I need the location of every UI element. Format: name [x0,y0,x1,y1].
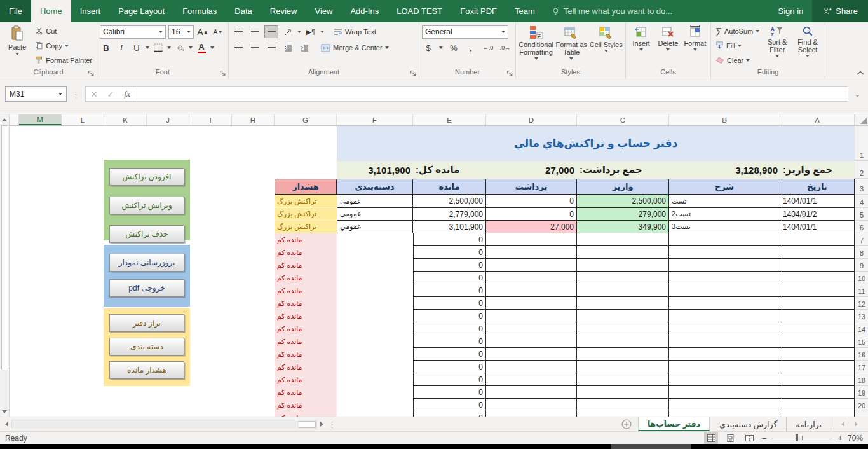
cell-category[interactable] [337,322,413,335]
decrease-indent-button[interactable] [281,41,295,54]
cell-description[interactable] [669,284,780,297]
categorize-button[interactable]: دسته بندی [109,338,184,356]
horizontal-scroll-thumb[interactable] [299,421,316,428]
cell-date[interactable]: 1404/01/1 [780,195,855,208]
cell-date[interactable] [780,310,855,322]
cell-warning[interactable]: مانده کم [275,233,337,246]
accounting-format-button[interactable]: $ [422,41,435,54]
cell-category[interactable] [337,233,413,246]
align-right-button[interactable] [264,41,278,54]
confirm-entry-button[interactable]: ✓ [102,90,119,99]
paste-button[interactable]: Paste [3,24,32,68]
cell-category[interactable] [337,272,413,284]
cell-warning[interactable]: مانده کم [275,246,337,259]
ledger-balance-button[interactable]: تراز دفتر [109,314,184,332]
alignment-dialog-launcher[interactable] [410,70,417,78]
fill-button[interactable]: Fill [714,39,761,52]
underline-button[interactable]: U [130,41,143,54]
cell-deposit[interactable] [577,284,669,297]
cancel-entry-button[interactable]: ✕ [86,90,102,99]
tab-page-layout[interactable]: Page Layout [109,0,173,22]
accounting-format-dropdown[interactable] [439,46,443,49]
number-format-combo[interactable]: General [422,25,508,39]
cell-date[interactable]: 1404/01/2 [780,208,855,221]
cell-deposit[interactable]: 279,000 [577,208,669,221]
edit-transaction-button[interactable]: ویرایش تراکنش [109,197,184,214]
row-header-13[interactable]: 13 [855,310,868,322]
cell-warning[interactable]: مانده کم [275,335,337,348]
tab-foxit-pdf[interactable]: Foxit PDF [451,0,506,22]
cell-warning[interactable]: مانده کم [275,373,337,386]
borders-button[interactable] [152,41,165,54]
conditional-formatting-button[interactable]: ≠ Conditional Formatting [519,24,553,68]
cell-date[interactable] [780,297,855,310]
cell-description[interactable] [669,373,780,386]
cell-category[interactable] [337,361,413,373]
column-header-f[interactable]: F [337,114,413,125]
horizontal-scrollbar[interactable] [0,417,327,431]
tell-me-box[interactable]: Tell me what you want to do... [544,0,680,22]
row-header-18[interactable]: 18 [855,373,868,386]
cell-category[interactable] [337,386,413,399]
tab-formulas[interactable]: Formulas [173,0,226,22]
middle-align-button[interactable] [248,25,262,38]
cell-warning[interactable]: مانده کم [275,310,337,322]
clipboard-dialog-launcher[interactable] [88,70,95,78]
tab-home[interactable]: Home [31,0,71,22]
cell-category[interactable] [337,310,413,322]
header-warning[interactable]: هشدار [275,179,337,195]
cell-description[interactable] [669,322,780,335]
cell-category[interactable] [337,284,413,297]
header-category[interactable]: دسته‌بندي [337,179,413,195]
cell-date[interactable] [780,361,855,373]
column-header-i[interactable]: I [189,114,232,125]
delete-transaction-button[interactable]: حذف تراکنش [109,225,184,243]
align-center-button[interactable] [248,41,262,54]
cell-balance[interactable]: 0 [413,310,486,322]
cell-deposit[interactable]: 349,900 [577,221,669,233]
tab-load-test[interactable]: LOAD TEST [388,0,451,22]
grow-font-button[interactable]: A▲ [196,25,209,38]
column-header-l[interactable]: L [62,114,104,125]
column-header-c[interactable]: C [577,114,669,125]
sheet-tab-category-report[interactable]: گزارش دسته‌بندي [710,417,786,431]
cell-warning[interactable]: مانده کم [275,297,337,310]
cell-description[interactable] [669,272,780,284]
row-header-4[interactable]: 4 [855,195,868,208]
cell-withdraw[interactable] [486,348,577,361]
cell-description[interactable] [669,399,780,411]
row-header-15[interactable]: 15 [855,335,868,348]
zoom-slider[interactable] [771,438,832,438]
cell-deposit[interactable] [577,310,669,322]
tab-insert[interactable]: Insert [71,0,110,22]
cell-description[interactable] [669,233,780,246]
cell-warning[interactable]: تراکنش بزرگ [275,208,337,221]
cell-balance[interactable]: 0 [413,348,486,361]
increase-decimal-button[interactable]: ←.0 [482,41,494,54]
cell-category[interactable]: عمومي [337,221,413,233]
cell-date[interactable] [780,322,855,335]
cell-warning[interactable]: مانده کم [275,348,337,361]
insert-cells-button[interactable]: Insert [628,24,654,68]
tab-data[interactable]: Data [226,0,261,22]
cell-description[interactable] [669,361,780,373]
tab-team[interactable]: Team [506,0,544,22]
number-dialog-launcher[interactable] [506,70,514,78]
delete-cells-button[interactable]: Delete [655,24,681,68]
zoom-in-button[interactable]: + [837,433,843,443]
cell-withdraw[interactable] [486,411,577,417]
cell-date[interactable] [780,373,855,386]
row-header-7[interactable]: 7 [855,233,868,246]
font-family-combo[interactable]: Calibri [100,25,166,39]
cell-deposit[interactable] [577,386,669,399]
row-header-5[interactable]: 5 [855,208,868,221]
tab-review[interactable]: Review [261,0,306,22]
vertical-scrollbar[interactable] [0,114,10,417]
sheet-tab-ledger[interactable]: دفتر حساب‌ها [638,417,710,431]
underline-dropdown[interactable] [146,46,149,49]
cell-date[interactable] [780,233,855,246]
header-deposit[interactable]: واریز [577,179,669,195]
format-painter-button[interactable]: Format Painter [33,53,94,67]
cell-description[interactable] [669,335,780,348]
row-header-3[interactable]: 3 [855,179,868,195]
